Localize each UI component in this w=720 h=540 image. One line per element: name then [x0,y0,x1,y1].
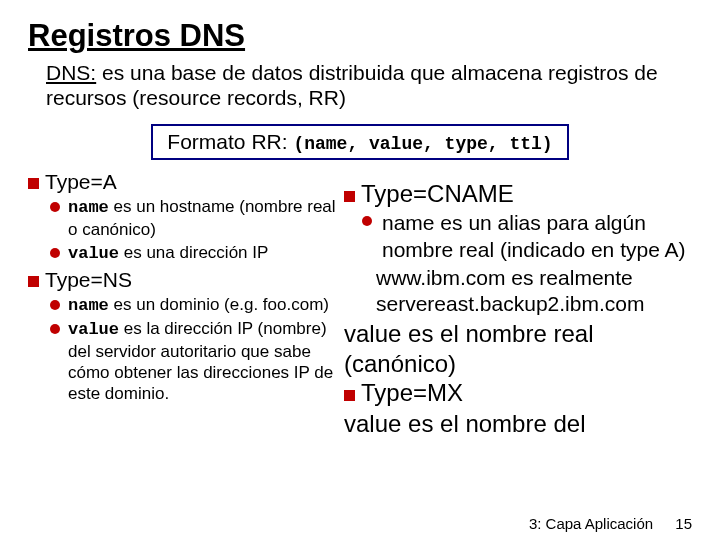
circle-bullet-icon [362,216,372,226]
heading-type-a: Type=A [28,170,340,194]
type-a-item-1-rest: es un hostname (nombre real o canónico) [68,197,336,238]
type-cname-item-3: value es el nombre real (canónico) [344,319,692,379]
type-a-item-2: value es una dirección IP [50,242,340,264]
rr-format-label: Formato RR: [167,130,293,153]
subtitle-rest: es una base de datos distribuida que alm… [46,61,658,109]
type-cname-item-2: www.ibm.com es realmente servereast.back… [362,265,692,318]
type-ns-item-2: value es la dirección IP (nombre) del se… [50,318,340,404]
type-cname-item-1-text: name es un alias para algún nombre real … [382,211,686,260]
subtitle-lead: DNS: [46,61,96,84]
type-mx-item-1-text: value es el nombre del [344,410,585,437]
rr-format-box-wrap: Formato RR: (name, value, type, ttl) [28,124,692,160]
rr-format-tuple: (name, value, type, ttl) [293,134,552,154]
circle-bullet-icon [50,248,60,258]
heading-type-ns-text: Type=NS [45,268,132,291]
rr-format-box: Formato RR: (name, value, type, ttl) [151,124,568,160]
type-cname-item-1: name es un alias para algún nombre real … [362,210,692,263]
heading-type-a-text: Type=A [45,170,117,193]
square-bullet-icon [344,390,355,401]
footer-page-number: 15 [675,515,692,532]
heading-type-cname: Type=CNAME [344,180,692,208]
slide-footer: 3: Capa Aplicación 15 [529,515,692,532]
square-bullet-icon [28,178,39,189]
type-a-item-2-rest: es una dirección IP [119,243,268,262]
heading-type-cname-text: Type=CNAME [361,180,514,207]
left-column: Type=A name es un hostname (nombre real … [28,170,340,439]
slide-subtitle: DNS: es una base de datos distribuida qu… [46,60,692,110]
type-cname-item-3-text: value es el nombre real (canónico) [344,320,593,377]
circle-bullet-icon [50,202,60,212]
square-bullet-icon [344,191,355,202]
slide-title: Registros DNS [28,18,692,54]
type-a-item-1: name es un hostname (nombre real o canón… [50,196,340,240]
circle-bullet-icon [50,300,60,310]
heading-type-mx-text: Type=MX [361,379,463,406]
type-ns-item-2-kw: value [68,320,119,339]
heading-type-ns: Type=NS [28,268,340,292]
type-a-item-1-kw: name [68,198,109,217]
heading-type-mx: Type=MX [344,379,692,407]
type-cname-item-2-text: www.ibm.com es realmente servereast.back… [376,266,644,315]
content-columns: Type=A name es un hostname (nombre real … [28,170,692,439]
square-bullet-icon [28,276,39,287]
type-ns-item-1: name es un dominio (e.g. foo.com) [50,294,340,316]
circle-bullet-icon [50,324,60,334]
type-ns-item-1-kw: name [68,296,109,315]
type-ns-item-1-rest: es un dominio (e.g. foo.com) [109,295,329,314]
type-mx-item-1: value es el nombre del [344,409,692,439]
right-column: Type=CNAME name es un alias para algún n… [344,170,692,439]
type-a-item-2-kw: value [68,244,119,263]
footer-chapter: 3: Capa Aplicación [529,515,653,532]
